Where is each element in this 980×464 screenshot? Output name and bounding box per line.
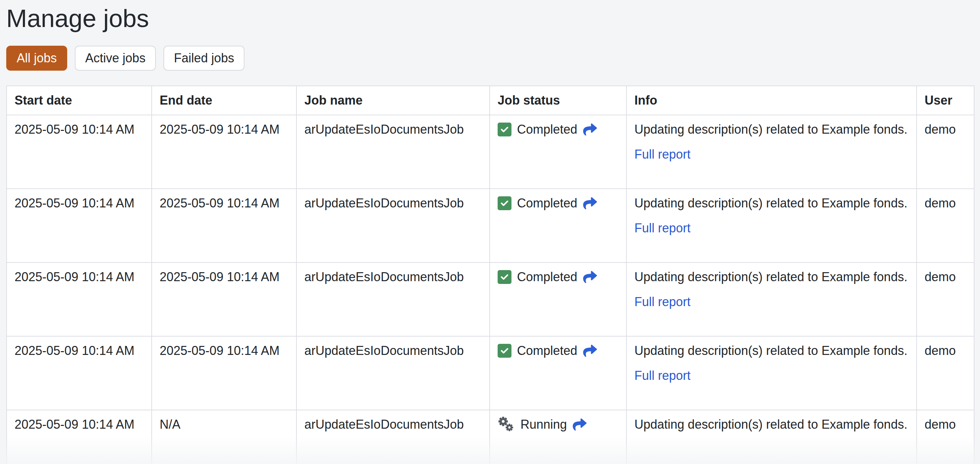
table-row: 2025-05-09 10:14 AM 2025-05-09 10:14 AM … xyxy=(6,262,974,336)
info-cell: Updating description(s) related to Examp… xyxy=(627,336,916,410)
full-report-link[interactable]: Full report xyxy=(635,221,690,235)
start-date-cell: 2025-05-09 10:14 AM xyxy=(6,115,152,189)
full-report-link[interactable]: Full report xyxy=(635,147,690,161)
job-status-cell: Completed xyxy=(490,189,627,262)
column-header: Start date xyxy=(6,86,152,115)
info-cell: Updating description(s) related to Examp… xyxy=(627,115,916,189)
check-square-icon xyxy=(498,196,511,210)
job-filters: All jobsActive jobsFailed jobs xyxy=(6,46,980,71)
column-header: Job status xyxy=(490,86,627,115)
user-cell: demo xyxy=(916,115,974,189)
end-date-cell: 2025-05-09 10:14 AM xyxy=(152,262,296,336)
job-name-cell: arUpdateEsIoDocumentsJob xyxy=(296,262,490,336)
column-header: Job name xyxy=(296,86,490,115)
table-row: 2025-05-09 10:14 AM 2025-05-09 10:14 AM … xyxy=(6,189,974,262)
full-report-link[interactable]: Full report xyxy=(635,369,690,383)
start-date-cell: 2025-05-09 10:14 AM xyxy=(6,189,152,262)
user-cell: demo xyxy=(916,262,974,336)
info-text: Updating description(s) related to Examp… xyxy=(635,268,908,286)
jobs-table: Start dateEnd dateJob nameJob statusInfo… xyxy=(6,86,974,464)
job-status-cell: Running xyxy=(490,410,627,464)
start-date-cell: 2025-05-09 10:14 AM xyxy=(6,262,152,336)
start-date-cell: 2025-05-09 10:14 AM xyxy=(6,336,152,410)
job-status-cell: Completed xyxy=(490,262,627,336)
job-name-cell: arUpdateEsIoDocumentsJob xyxy=(296,189,490,262)
page-title: Manage jobs xyxy=(6,3,980,33)
user-cell: demo xyxy=(916,336,974,410)
table-row: 2025-05-09 10:14 AM N/A arUpdateEsIoDocu… xyxy=(6,410,974,464)
share-arrow-icon[interactable] xyxy=(583,122,597,137)
start-date-cell: 2025-05-09 10:14 AM xyxy=(6,410,152,464)
user-cell: demo xyxy=(916,189,974,262)
info-cell: Updating description(s) related to Examp… xyxy=(627,189,916,262)
share-arrow-icon[interactable] xyxy=(583,270,597,284)
job-status-label: Running xyxy=(520,415,567,434)
share-arrow-icon[interactable] xyxy=(573,418,587,431)
table-row: 2025-05-09 10:14 AM 2025-05-09 10:14 AM … xyxy=(6,115,974,189)
table-row: 2025-05-09 10:14 AM 2025-05-09 10:14 AM … xyxy=(6,336,974,410)
info-text: Updating description(s) related to Examp… xyxy=(635,415,908,434)
job-status-cell: Completed xyxy=(490,336,627,410)
share-arrow-icon[interactable] xyxy=(583,344,597,358)
column-header: User xyxy=(916,86,974,115)
filter-button-all-jobs[interactable]: All jobs xyxy=(6,46,67,71)
end-date-cell: 2025-05-09 10:14 AM xyxy=(152,189,296,262)
info-text: Updating description(s) related to Examp… xyxy=(635,342,908,360)
info-cell: Updating description(s) related to Examp… xyxy=(627,410,916,464)
gears-icon xyxy=(498,416,515,432)
job-status-label: Completed xyxy=(517,194,577,213)
job-status-label: Completed xyxy=(517,120,577,139)
header-row: Start dateEnd dateJob nameJob statusInfo… xyxy=(6,86,974,115)
info-text: Updating description(s) related to Examp… xyxy=(635,194,908,213)
filter-button-active-jobs[interactable]: Active jobs xyxy=(75,46,156,71)
job-status-cell: Completed xyxy=(490,115,627,189)
check-square-icon xyxy=(498,122,511,137)
end-date-cell: 2025-05-09 10:14 AM xyxy=(152,336,296,410)
end-date-cell: 2025-05-09 10:14 AM xyxy=(152,115,296,189)
user-cell: demo xyxy=(916,410,974,464)
job-status-label: Completed xyxy=(517,268,577,286)
job-status-label: Completed xyxy=(517,342,577,360)
job-name-cell: arUpdateEsIoDocumentsJob xyxy=(296,410,490,464)
jobs-table-body: 2025-05-09 10:14 AM 2025-05-09 10:14 AM … xyxy=(6,115,974,464)
info-text: Updating description(s) related to Examp… xyxy=(635,120,908,139)
share-arrow-icon[interactable] xyxy=(583,196,597,210)
job-name-cell: arUpdateEsIoDocumentsJob xyxy=(296,115,490,189)
jobs-table-header: Start dateEnd dateJob nameJob statusInfo… xyxy=(6,86,974,115)
column-header: Info xyxy=(627,86,916,115)
info-cell: Updating description(s) related to Examp… xyxy=(627,262,916,336)
filter-button-failed-jobs[interactable]: Failed jobs xyxy=(164,46,245,71)
column-header: End date xyxy=(152,86,296,115)
job-name-cell: arUpdateEsIoDocumentsJob xyxy=(296,336,490,410)
check-square-icon xyxy=(498,270,511,284)
end-date-cell: N/A xyxy=(152,410,296,464)
check-square-icon xyxy=(498,344,511,358)
full-report-link[interactable]: Full report xyxy=(635,295,690,309)
